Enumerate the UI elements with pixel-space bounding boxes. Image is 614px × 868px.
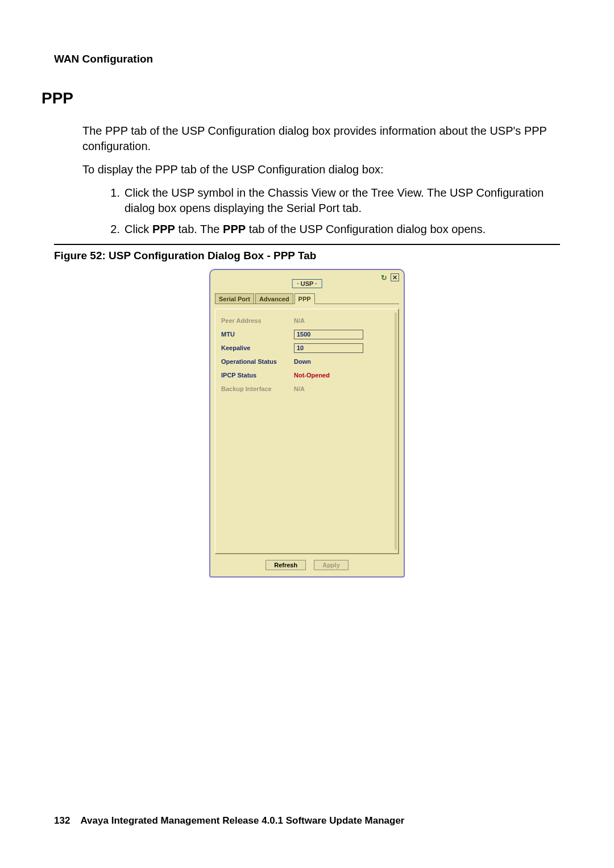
keepalive-input[interactable] [294, 343, 363, 353]
step-2-text: Click PPP tab. The PPP tab of the USP Co… [125, 222, 560, 237]
step-1-text: Click the USP symbol in the Chassis View… [125, 185, 560, 216]
dialog-tabs: Serial Port Advanced PPP [215, 293, 399, 304]
figure-caption: Figure 52: USP Configuration Dialog Box … [54, 250, 560, 262]
field-peer-address: Peer Address N/A [221, 314, 392, 327]
figure-separator [54, 244, 560, 245]
section-title-ppp: PPP [42, 89, 560, 107]
dialog-container: · USP · ↻ ✕ Serial Port Advanced PPP Pee… [54, 269, 560, 578]
ipcp-status-label: IPCP Status [221, 372, 294, 379]
step-1: 1. Click the USP symbol in the Chassis V… [105, 185, 560, 216]
dialog-window-controls: ↻ ✕ [380, 273, 399, 281]
keepalive-value-wrap [294, 343, 392, 353]
dialog-buttons: Refresh Apply [210, 560, 404, 570]
apply-button[interactable]: Apply [314, 560, 349, 570]
operational-status-label: Operational Status [221, 358, 294, 365]
step-1-number: 1. [105, 185, 120, 216]
tab-serial-port[interactable]: Serial Port [215, 293, 254, 304]
tab-advanced[interactable]: Advanced [255, 293, 293, 304]
peer-address-label: Peer Address [221, 317, 294, 324]
refresh-button[interactable]: Refresh [265, 560, 306, 570]
usp-config-dialog: · USP · ↻ ✕ Serial Port Advanced PPP Pee… [209, 269, 405, 578]
running-header: WAN Configuration [54, 53, 560, 65]
page-number: 132 [54, 815, 70, 826]
intro-paragraph-2: To display the PPP tab of the USP Config… [82, 162, 560, 177]
operational-status-value: Down [294, 358, 392, 365]
mtu-input[interactable] [294, 330, 363, 339]
step-2-text-a: Click [125, 223, 152, 235]
step-2: 2. Click PPP tab. The PPP tab of the USP… [105, 222, 560, 237]
footer-title: Avaya Integrated Management Release 4.0.… [80, 815, 404, 826]
dialog-titlebar: · USP · ↻ ✕ [210, 270, 404, 293]
mtu-value-wrap [294, 330, 392, 339]
step-2-text-c: tab of the USP Configuration dialog box … [246, 223, 486, 235]
ipcp-status-value: Not-Opened [294, 372, 392, 379]
reload-icon[interactable]: ↻ [380, 273, 388, 281]
step-2-number: 2. [105, 222, 120, 237]
step-2-text-b: tab. The [175, 223, 223, 235]
dialog-fields-panel: Peer Address N/A MTU Keepalive Operation… [215, 309, 399, 554]
close-icon[interactable]: ✕ [391, 273, 399, 281]
step-2-bold-1: PPP [152, 223, 175, 235]
field-mtu: MTU [221, 327, 392, 341]
field-backup-interface: Backup Interface N/A [221, 382, 392, 396]
backup-interface-value: N/A [294, 385, 392, 392]
step-2-bold-2: PPP [223, 223, 246, 235]
dialog-title: · USP · [292, 279, 322, 288]
steps-list: 1. Click the USP symbol in the Chassis V… [105, 185, 560, 237]
keepalive-label: Keepalive [221, 344, 294, 351]
mtu-label: MTU [221, 331, 294, 338]
field-ipcp-status: IPCP Status Not-Opened [221, 368, 392, 382]
field-operational-status: Operational Status Down [221, 355, 392, 368]
page-footer: 132 Avaya Integrated Management Release … [54, 815, 404, 827]
tab-ppp[interactable]: PPP [294, 293, 315, 304]
backup-interface-label: Backup Interface [221, 385, 294, 392]
peer-address-value: N/A [294, 317, 392, 324]
field-keepalive: Keepalive [221, 341, 392, 355]
intro-paragraph-1: The PPP tab of the USP Configuration dia… [82, 123, 560, 154]
